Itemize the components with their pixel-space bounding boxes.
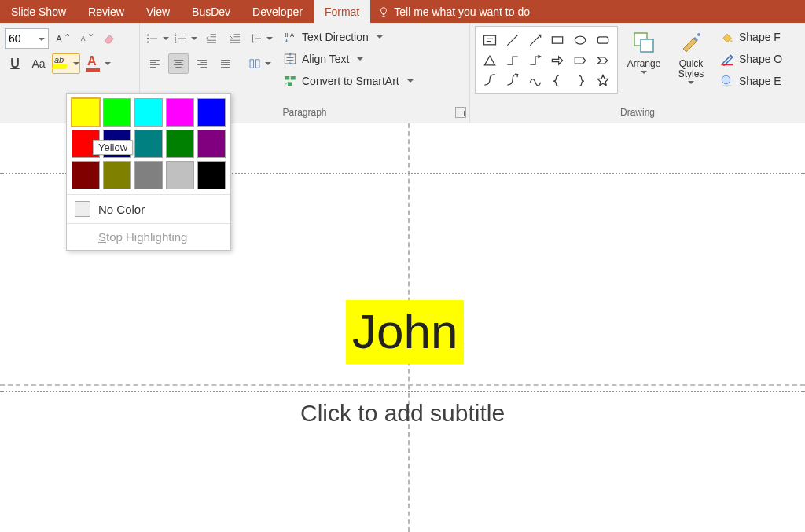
numbering-button[interactable]: 123 bbox=[173, 28, 198, 49]
align-text-button[interactable]: Align Text bbox=[280, 48, 417, 70]
stop-rest: top Highlighting bbox=[106, 230, 187, 244]
tab-busdev[interactable]: BusDev bbox=[181, 0, 241, 23]
font-color-button[interactable] bbox=[83, 53, 112, 74]
highlight-stop-highlighting: Stop Highlighting bbox=[67, 224, 230, 250]
ribbon-tabs: Slide Show Review View BusDev Developer … bbox=[0, 0, 805, 23]
shape-elbow-connector[interactable] bbox=[502, 50, 524, 71]
change-case-button[interactable]: Aa bbox=[28, 53, 49, 74]
arrange-button[interactable]: Arrange bbox=[623, 26, 665, 98]
shape-chevron-arrow[interactable] bbox=[591, 50, 614, 71]
columns-button[interactable] bbox=[247, 53, 272, 74]
shape-fill-icon bbox=[720, 30, 734, 44]
highlight-swatch-bright-green[interactable] bbox=[103, 98, 131, 127]
highlight-swatch-gray-50[interactable] bbox=[134, 161, 163, 189]
font-size-combo[interactable]: 60 bbox=[5, 28, 49, 49]
tab-view[interactable]: View bbox=[135, 0, 181, 23]
highlight-swatch-grid bbox=[67, 94, 230, 194]
highlight-swatch-teal[interactable] bbox=[134, 130, 163, 158]
svg-text:II: II bbox=[285, 31, 288, 39]
highlight-swatch-violet[interactable] bbox=[197, 130, 226, 158]
text-highlight-color-button[interactable] bbox=[52, 53, 80, 74]
no-color-rest: o Color bbox=[107, 203, 145, 216]
svg-point-2 bbox=[147, 34, 149, 35]
shape-right-arrow[interactable] bbox=[546, 50, 569, 71]
highlight-swatch-green[interactable] bbox=[166, 130, 194, 158]
underline-button[interactable]: U bbox=[5, 53, 25, 74]
align-text-icon bbox=[283, 52, 297, 66]
svg-text:A: A bbox=[57, 34, 62, 43]
svg-rect-14 bbox=[484, 35, 496, 45]
line-spacing-button[interactable] bbox=[248, 28, 274, 49]
shape-rounded-rectangle[interactable] bbox=[591, 30, 614, 50]
svg-rect-12 bbox=[291, 76, 296, 80]
align-left-button[interactable] bbox=[145, 53, 165, 74]
highlight-swatch-dark-red[interactable] bbox=[72, 161, 100, 189]
stop-mnemonic: S bbox=[98, 230, 106, 244]
quick-styles-button[interactable]: Quick Styles bbox=[670, 26, 712, 98]
increase-font-icon: A bbox=[55, 31, 69, 46]
convert-to-smartart-button[interactable]: Convert to SmartArt bbox=[280, 70, 417, 92]
justify-icon bbox=[219, 57, 233, 71]
text-direction-button[interactable]: IIA Text Direction bbox=[280, 26, 417, 48]
slide-title-text[interactable]: John bbox=[346, 300, 464, 364]
highlight-swatch-dark-yellow[interactable] bbox=[103, 161, 131, 189]
highlight-swatch-yellow[interactable] bbox=[72, 98, 100, 127]
shapes-gallery[interactable] bbox=[475, 26, 618, 94]
shape-freeform[interactable] bbox=[524, 71, 546, 91]
shape-star[interactable] bbox=[591, 71, 614, 91]
svg-point-16 bbox=[575, 36, 585, 44]
text-direction-icon: IIA bbox=[283, 30, 297, 44]
highlight-swatch-blue[interactable] bbox=[197, 98, 226, 127]
shape-elbow-arrow-connector[interactable] bbox=[524, 50, 546, 71]
drawing-group-label: Drawing bbox=[470, 107, 805, 118]
shape-oval[interactable] bbox=[569, 30, 592, 50]
increase-indent-button[interactable] bbox=[225, 28, 245, 49]
highlight-no-color[interactable]: No Color bbox=[67, 195, 230, 223]
title-placeholder-bottom-border bbox=[0, 384, 805, 386]
shape-rectangle[interactable] bbox=[546, 30, 569, 50]
shape-curved-arrow-connector[interactable] bbox=[502, 71, 524, 91]
tab-slide-show[interactable]: Slide Show bbox=[0, 0, 77, 23]
justify-button[interactable] bbox=[215, 53, 236, 74]
clear-formatting-button[interactable] bbox=[99, 28, 119, 49]
chevron-down-icon bbox=[641, 71, 647, 77]
slide-subtitle-placeholder[interactable]: Click to add subtitle bbox=[300, 400, 505, 427]
shape-pentagon-arrow[interactable] bbox=[569, 50, 592, 71]
tab-developer[interactable]: Developer bbox=[241, 0, 314, 23]
shape-text-box[interactable] bbox=[479, 30, 502, 50]
shape-effects-button[interactable]: Shape E bbox=[717, 70, 785, 92]
highlight-swatch-turquoise[interactable] bbox=[134, 98, 163, 127]
numbering-icon: 123 bbox=[174, 31, 188, 46]
shape-isoceles-triangle[interactable] bbox=[479, 50, 502, 71]
align-center-button[interactable] bbox=[168, 53, 189, 74]
highlight-swatch-gray-25[interactable] bbox=[166, 161, 194, 189]
quick-styles-label: Quick Styles bbox=[670, 59, 712, 79]
svg-rect-13 bbox=[288, 83, 292, 86]
paragraph-dialog-launcher[interactable] bbox=[455, 107, 466, 118]
svg-rect-19 bbox=[641, 39, 653, 52]
align-right-button[interactable] bbox=[192, 53, 212, 74]
align-text-label: Align Text bbox=[302, 53, 349, 65]
tab-format[interactable]: Format bbox=[314, 0, 370, 23]
no-color-mnemonic: N bbox=[98, 203, 107, 216]
shape-left-brace[interactable] bbox=[546, 71, 569, 91]
svg-text:A: A bbox=[290, 31, 294, 39]
tab-review[interactable]: Review bbox=[77, 0, 135, 23]
highlight-swatch-pink[interactable] bbox=[166, 98, 194, 127]
decrease-indent-button[interactable] bbox=[201, 28, 222, 49]
shape-outline-button[interactable]: Shape O bbox=[717, 48, 785, 70]
shape-line[interactable] bbox=[502, 30, 524, 50]
shape-curved-connector[interactable] bbox=[479, 71, 502, 91]
shape-right-brace[interactable] bbox=[569, 71, 592, 91]
shape-fill-button[interactable]: Shape F bbox=[717, 26, 785, 48]
font-size-value: 60 bbox=[9, 32, 21, 45]
decrease-font-size-button[interactable]: A bbox=[75, 28, 96, 49]
indent-icon bbox=[228, 31, 242, 46]
increase-font-size-button[interactable]: A bbox=[52, 28, 72, 49]
underline-icon: U bbox=[10, 57, 20, 71]
tell-me-search[interactable]: Tell me what you want to do bbox=[370, 0, 538, 23]
shape-line-arrow[interactable] bbox=[524, 30, 546, 50]
highlight-swatch-black[interactable] bbox=[197, 161, 226, 189]
svg-point-23 bbox=[722, 75, 730, 84]
bullets-button[interactable] bbox=[145, 28, 170, 49]
